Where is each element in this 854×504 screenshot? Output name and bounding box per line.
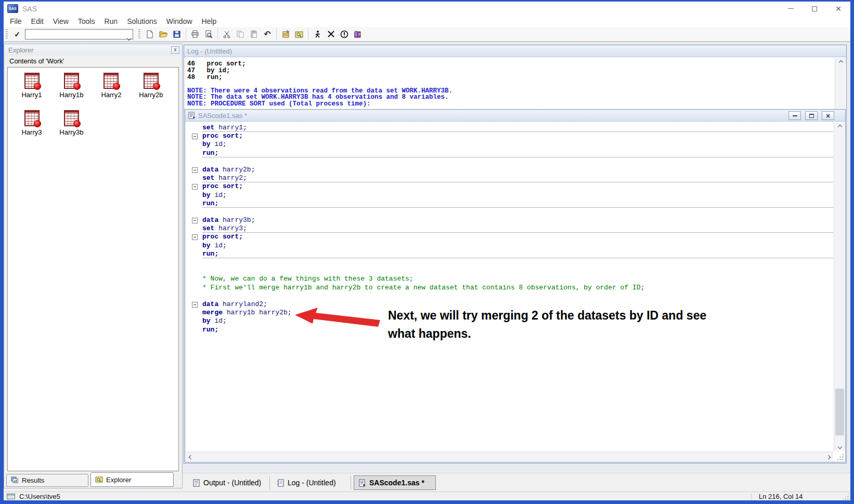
fold-toggle-icon[interactable] bbox=[192, 134, 198, 139]
window-button-log[interactable]: Log - (Untitled) bbox=[273, 475, 348, 490]
scrollbar-thumb[interactable] bbox=[835, 389, 844, 435]
fold-toggle-icon[interactable] bbox=[192, 302, 198, 308]
dataset-label: Harry2b bbox=[132, 91, 170, 99]
tab-explorer[interactable]: Explorer bbox=[90, 472, 174, 487]
dataset-item[interactable]: Harry2 bbox=[93, 72, 130, 106]
editor-restore-button[interactable] bbox=[805, 111, 818, 120]
code-line bbox=[186, 157, 833, 166]
fold-toggle-icon[interactable] bbox=[192, 167, 198, 173]
paste-button[interactable] bbox=[247, 28, 261, 41]
scroll-left-arrow-icon[interactable] bbox=[186, 452, 196, 462]
editor-file-icon bbox=[188, 112, 196, 119]
new-library-icon bbox=[281, 30, 290, 38]
break-button[interactable] bbox=[338, 28, 351, 41]
dataset-item[interactable]: Harry1 bbox=[13, 72, 50, 106]
fold-toggle-icon[interactable] bbox=[192, 218, 198, 223]
menu-edit[interactable]: Edit bbox=[27, 16, 48, 26]
title-bar: SAS SAS × bbox=[4, 2, 850, 16]
editor-vertical-scrollbar[interactable] bbox=[834, 122, 845, 451]
annotation-line1: Next, we will try merging 2 of the datas… bbox=[388, 307, 706, 325]
menu-help[interactable]: Help bbox=[197, 16, 222, 26]
copy-button[interactable] bbox=[234, 28, 247, 41]
code-line: set harry1; bbox=[186, 124, 833, 132]
window-button-output[interactable]: Output - (Untitled) bbox=[188, 475, 267, 490]
maximize-icon bbox=[812, 6, 817, 11]
scroll-down-arrow-icon[interactable] bbox=[834, 442, 845, 451]
dataset-item[interactable]: Harry3b bbox=[53, 109, 90, 143]
resize-grip-icon bbox=[842, 493, 849, 500]
dataset-table-icon bbox=[64, 73, 79, 89]
dataset-item[interactable]: Harry3 bbox=[13, 109, 50, 143]
print-button[interactable] bbox=[188, 28, 202, 41]
maximize-button[interactable] bbox=[803, 2, 826, 16]
editor-minimize-button[interactable] bbox=[788, 111, 801, 120]
explorer-toolbar-button[interactable] bbox=[292, 28, 306, 41]
open-file-button[interactable] bbox=[157, 28, 170, 41]
dataset-table-icon bbox=[24, 110, 40, 126]
code-line: by id; bbox=[186, 242, 833, 250]
menu-window[interactable]: Window bbox=[162, 16, 197, 26]
command-combobox[interactable] bbox=[25, 29, 133, 39]
new-document-button[interactable] bbox=[143, 28, 157, 41]
code-line: data harry2b; bbox=[186, 166, 833, 174]
clear-button[interactable] bbox=[324, 28, 338, 41]
scroll-right-arrow-icon[interactable] bbox=[823, 452, 833, 462]
minimize-button[interactable] bbox=[779, 2, 803, 16]
editor-horizontal-scrollbar[interactable] bbox=[186, 452, 833, 461]
submit-button[interactable] bbox=[310, 28, 324, 41]
explorer-title-bar: Explorer x bbox=[4, 44, 182, 56]
dataset-item[interactable]: Harry2b bbox=[132, 72, 170, 106]
explorer-bottom-tabs: Results Explorer bbox=[4, 472, 182, 487]
chevron-down-icon[interactable] bbox=[127, 33, 131, 42]
code-line: set harry2; bbox=[186, 174, 833, 182]
cut-button[interactable] bbox=[220, 28, 234, 41]
log-title-bar[interactable]: Log - (Untitled) bbox=[184, 45, 846, 57]
code-line bbox=[186, 208, 833, 216]
new-library-button[interactable] bbox=[279, 28, 292, 41]
window-button-editor[interactable]: SAScode1.sas * bbox=[354, 475, 436, 490]
scroll-up-arrow-icon[interactable] bbox=[835, 58, 846, 67]
menu-tools[interactable]: Tools bbox=[73, 16, 100, 26]
menu-file[interactable]: File bbox=[5, 16, 27, 26]
dataset-item[interactable]: Harry1b bbox=[53, 72, 90, 106]
code-line bbox=[186, 258, 833, 267]
undo-button[interactable]: ↶ bbox=[261, 28, 274, 41]
explorer-folder-icon bbox=[95, 476, 103, 484]
save-button[interactable] bbox=[170, 28, 184, 41]
print-preview-button[interactable] bbox=[202, 28, 215, 41]
explorer-title: Explorer bbox=[8, 46, 33, 54]
code-line: run; bbox=[186, 250, 833, 258]
explorer-close-button[interactable]: x bbox=[171, 46, 179, 54]
fold-toggle-icon[interactable] bbox=[192, 234, 198, 240]
svg-text:?: ? bbox=[358, 32, 360, 37]
tab-results[interactable]: Results bbox=[6, 474, 88, 487]
open-folder-icon bbox=[159, 30, 168, 38]
fold-toggle-icon[interactable] bbox=[192, 184, 198, 190]
dataset-label: Harry3 bbox=[13, 128, 50, 136]
code-line: proc sort; bbox=[186, 233, 833, 241]
editor-close-button[interactable]: × bbox=[822, 111, 834, 120]
code-line bbox=[186, 292, 833, 300]
menu-solutions[interactable]: Solutions bbox=[122, 16, 162, 26]
explorer-contents-label: Contents of 'Work' bbox=[9, 57, 64, 65]
dataset-label: Harry3b bbox=[53, 128, 90, 136]
editor-resize-grip[interactable] bbox=[836, 453, 844, 461]
editor-code[interactable]: set harry1;proc sort;by id;run;data harr… bbox=[186, 122, 833, 451]
code-line: run; bbox=[186, 200, 833, 208]
close-button[interactable]: × bbox=[826, 2, 850, 16]
menu-run[interactable]: Run bbox=[99, 16, 122, 26]
cut-icon bbox=[223, 30, 231, 38]
undo-icon: ↶ bbox=[264, 30, 270, 38]
scroll-up-arrow-icon[interactable] bbox=[834, 122, 845, 131]
code-line: proc sort; bbox=[186, 132, 833, 140]
command-check-button[interactable]: ✓ bbox=[10, 28, 24, 41]
dataset-label: Harry1 bbox=[13, 91, 50, 99]
help-button[interactable]: ? bbox=[351, 28, 365, 41]
copy-icon bbox=[236, 30, 244, 38]
toolbar-separator bbox=[217, 29, 218, 39]
explorer-icon bbox=[295, 30, 304, 38]
toolbar-separator bbox=[186, 29, 186, 39]
menu-view[interactable]: View bbox=[48, 16, 73, 26]
command-input[interactable] bbox=[27, 30, 122, 38]
editor-title-bar[interactable]: SAScode1.sas * bbox=[185, 110, 845, 122]
